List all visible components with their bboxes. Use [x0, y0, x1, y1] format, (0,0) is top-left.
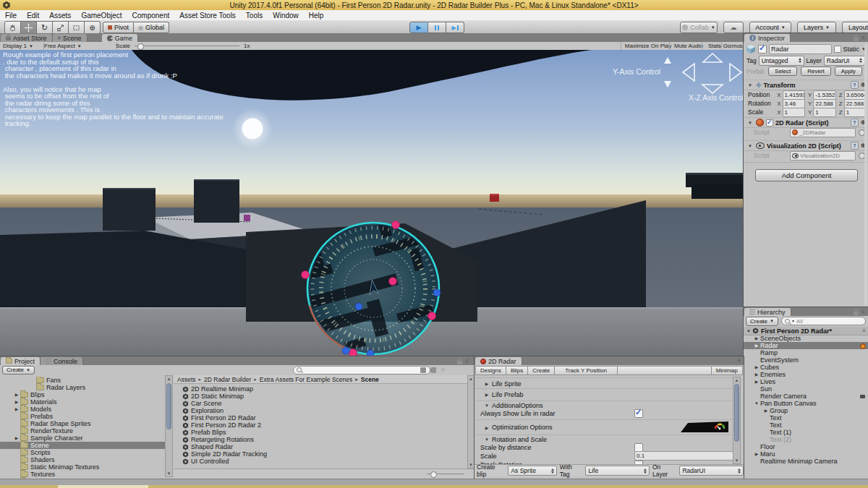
- fold-arrow[interactable]: ▶: [753, 450, 760, 458]
- hierarchy-item[interactable]: ▶ SceneObjects: [744, 335, 868, 342]
- scale-tool-icon[interactable]: [53, 21, 69, 34]
- help-icon[interactable]: [851, 142, 859, 150]
- optimization-options-foldout[interactable]: ▶Optimization Options: [475, 419, 732, 435]
- hierarchy-item[interactable]: ▶ Cubes: [744, 364, 868, 371]
- menu-item[interactable]: Help: [304, 10, 329, 20]
- list-scrollbar[interactable]: ▲ ▼: [467, 375, 475, 468]
- tag-dropdown[interactable]: Untagged: [759, 56, 804, 66]
- x-field[interactable]: 1: [783, 108, 805, 117]
- menu-item[interactable]: Tools: [241, 10, 268, 20]
- tab-scene[interactable]: # Scene: [53, 34, 88, 42]
- file-item[interactable]: Shaped Radar: [174, 443, 467, 450]
- life-sprite-foldout[interactable]: ▶Life Sprite: [475, 377, 732, 389]
- tab-2d-radar[interactable]: 2D Radar: [475, 357, 522, 365]
- play-button[interactable]: ▶: [409, 22, 428, 33]
- x-field[interactable]: 3.46: [783, 99, 805, 108]
- tree-scrollbar-thumb[interactable]: [166, 383, 171, 429]
- file-item[interactable]: First Person 2D Radar: [174, 414, 467, 421]
- fold-arrow[interactable]: ▶: [753, 335, 760, 342]
- panel-menu-icon[interactable]: ≡: [861, 309, 865, 315]
- tab-game[interactable]: Game: [102, 34, 139, 42]
- move-tool-icon[interactable]: [21, 21, 37, 34]
- always-show-life-checkbox[interactable]: [634, 409, 643, 418]
- prefab-apply-button[interactable]: Apply: [835, 67, 862, 76]
- tab-asset-store[interactable]: Asset Store: [1, 34, 53, 42]
- hierarchy-item[interactable]: Render Camera: [744, 393, 868, 400]
- help-icon[interactable]: [851, 119, 859, 127]
- active-checkbox[interactable]: [758, 45, 767, 53]
- pause-button[interactable]: [428, 22, 446, 33]
- game-viewport[interactable]: Y-Axis Control X-Z Axis Control Rough ex…: [0, 50, 744, 356]
- menu-item[interactable]: Component: [127, 10, 175, 20]
- hierarchy-item[interactable]: Realtime Minimap Camera: [744, 458, 868, 465]
- layout-dropdown[interactable]: Layout▼: [842, 22, 868, 33]
- lock-icon[interactable]: [457, 361, 462, 364]
- rect-tool-icon[interactable]: [69, 21, 85, 34]
- file-item[interactable]: Retargeting Rotations: [174, 436, 467, 443]
- hierarchy-item[interactable]: ▶ Enemies: [744, 371, 868, 378]
- hierarchy-create-button[interactable]: Create▼: [746, 317, 778, 326]
- global-toggle-button[interactable]: ◎ Global: [134, 22, 169, 33]
- transform-header[interactable]: ▼ ✚ Transform ☸: [744, 80, 868, 90]
- aspect-dropdown[interactable]: Free Aspect▼: [41, 42, 117, 50]
- hierarchy-item[interactable]: EventSystem: [744, 356, 868, 364]
- hierarchy-item[interactable]: Text: [744, 421, 868, 429]
- menu-item[interactable]: Asset Store Tools: [174, 10, 241, 20]
- create-button[interactable]: Create: [528, 366, 555, 375]
- file-item[interactable]: 2D Realtime Minimap: [174, 385, 467, 393]
- hierarchy-item[interactable]: Text (2): [744, 436, 868, 443]
- layer-dropdown[interactable]: RadarUI: [824, 56, 865, 66]
- fold-arrow[interactable]: ▶: [753, 378, 760, 385]
- add-component-button[interactable]: Add Component: [755, 169, 858, 181]
- hierarchy-item[interactable]: Sun: [744, 385, 868, 393]
- layers-dropdown[interactable]: Layers▼: [797, 22, 836, 33]
- menu-item[interactable]: Assets: [44, 10, 76, 20]
- visualization-script-header[interactable]: ▼ Visualization 2D (Script) ☸: [744, 140, 868, 151]
- blip-type-dropdown[interactable]: As Sprite: [508, 466, 556, 476]
- transform-combined-tool-icon[interactable]: ⊕: [85, 21, 101, 34]
- fold-arrow[interactable]: ▶: [753, 342, 760, 349]
- pivot-toggle-button[interactable]: Pivot: [103, 22, 134, 33]
- minimap-button[interactable]: Minimap: [712, 366, 743, 375]
- with-tag-dropdown[interactable]: Life: [585, 466, 650, 476]
- radar-script-enabled-checkbox[interactable]: [766, 119, 773, 127]
- favorites-star-icon[interactable]: ★: [441, 367, 446, 373]
- panel-menu-icon[interactable]: ≡: [737, 358, 741, 364]
- tab-hierarchy[interactable]: Hierarchy: [744, 308, 791, 316]
- tab-console[interactable]: Console: [41, 357, 83, 365]
- breadcrumb-item[interactable]: Scene: [352, 376, 379, 383]
- inspector-scrollbar[interactable]: [864, 43, 867, 306]
- cloud-button[interactable]: ☁: [723, 22, 744, 33]
- tree-scrollbar[interactable]: ▲ ▼: [165, 375, 173, 477]
- step-button[interactable]: ▶: [446, 22, 464, 33]
- file-item[interactable]: UI Controlled: [174, 458, 467, 465]
- scale-input[interactable]: 0.1: [634, 451, 733, 461]
- scale-slider-knob[interactable]: [137, 43, 144, 50]
- z-field[interactable]: 3.65064: [844, 90, 867, 100]
- radar-panel-scrollbar[interactable]: ▲ ▼: [733, 377, 741, 464]
- hierarchy-item[interactable]: Ramp: [744, 349, 868, 356]
- file-item[interactable]: First Person 2D Radar 2: [174, 421, 467, 429]
- script-reference-field[interactable]: _2DRadar: [790, 128, 856, 137]
- search-by-type-icon[interactable]: [420, 367, 426, 373]
- hierarchy-item[interactable]: Text: [744, 414, 868, 421]
- fold-arrow[interactable]: ▶: [753, 371, 760, 378]
- fold-arrow[interactable]: ▶: [13, 398, 20, 406]
- prefab-revert-button[interactable]: Revert: [801, 67, 831, 76]
- icon-size-slider-knob[interactable]: [430, 471, 437, 478]
- menu-item[interactable]: GameObject: [76, 10, 127, 20]
- file-item[interactable]: Simple 2D Radar Tracking: [174, 450, 467, 458]
- rotate-tool-icon[interactable]: ↻: [37, 21, 53, 34]
- x-field[interactable]: 1.41593: [783, 90, 805, 100]
- fold-arrow[interactable]: ▶: [753, 364, 760, 371]
- scale-by-distance-checkbox[interactable]: [634, 443, 643, 452]
- prefab-select-button[interactable]: Select: [768, 67, 797, 76]
- hierarchy-search-input[interactable]: ▼ All: [781, 317, 866, 325]
- designs-button[interactable]: Designs: [475, 366, 506, 375]
- search-by-label-icon[interactable]: [430, 367, 436, 373]
- menu-item[interactable]: File: [0, 10, 22, 20]
- lock-icon[interactable]: [854, 312, 859, 315]
- lock-icon[interactable]: [854, 38, 859, 41]
- y-field[interactable]: 1: [813, 108, 835, 117]
- fold-arrow[interactable]: ▶: [13, 435, 20, 442]
